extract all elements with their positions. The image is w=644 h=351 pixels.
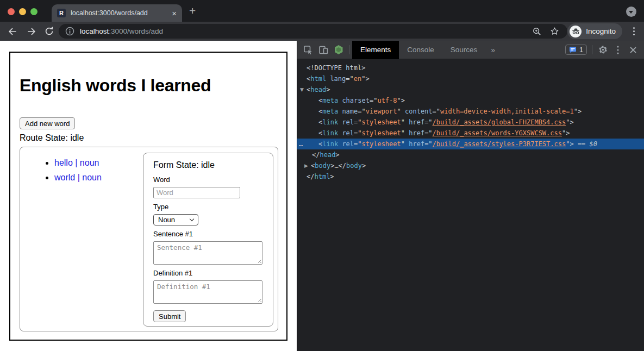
add-word-form: Form State: idle Word Type Noun Sentence… xyxy=(143,153,273,327)
browser-tab[interactable]: R localhost:3000/words/add × xyxy=(52,4,182,22)
form-state-text: Form State: idle xyxy=(153,160,263,170)
sentence-label: Sentence #1 xyxy=(153,230,263,238)
incognito-icon xyxy=(572,28,580,35)
magnifier-plus-icon xyxy=(532,27,542,36)
incognito-badge[interactable]: Incognito xyxy=(567,23,622,39)
arrow-right-icon xyxy=(26,26,37,37)
type-select-value: Noun xyxy=(158,216,175,224)
tab-sources[interactable]: Sources xyxy=(442,41,486,59)
browser-toolbar: localhost:3000/words/add xyxy=(0,22,644,41)
type-select[interactable]: Noun xyxy=(153,214,198,225)
kebab-icon xyxy=(633,27,635,29)
divider xyxy=(592,45,592,54)
list-item: hello | noun xyxy=(54,158,102,168)
inspected-node-hint: == $0 xyxy=(574,140,597,148)
dom-tree-node[interactable]: ▼<head> xyxy=(297,84,644,95)
tab-title: localhost:3000/words/add xyxy=(71,9,167,17)
page-title: English words I learned xyxy=(20,76,211,96)
submit-button[interactable]: Submit xyxy=(153,310,186,322)
word-link-world[interactable]: world | noun xyxy=(54,173,102,182)
dom-tree-node[interactable]: </html> xyxy=(297,171,644,182)
devtools-close-button[interactable] xyxy=(626,43,641,57)
list-item: world | noun xyxy=(54,173,102,183)
site-info-icon[interactable] xyxy=(65,27,74,36)
devtools-toolbar: Elements Console Sources » 1 xyxy=(297,41,644,59)
word-label: Word xyxy=(153,175,263,184)
dom-tree-node[interactable]: <!DOCTYPE html> xyxy=(297,62,644,73)
words-panel: hello | noun world | noun Form State: id… xyxy=(20,147,278,331)
word-link-hello[interactable]: hello | noun xyxy=(54,158,99,167)
route-state-text: Route State: idle xyxy=(20,133,84,143)
tab-strip: R localhost:3000/words/add × + xyxy=(0,0,644,22)
tab-console[interactable]: Console xyxy=(399,41,442,59)
add-new-word-button[interactable]: Add new word xyxy=(20,117,75,129)
definition-textarea[interactable] xyxy=(153,280,262,304)
more-tabs-button[interactable]: » xyxy=(485,46,501,54)
new-tab-button[interactable]: + xyxy=(189,5,196,16)
divider xyxy=(349,45,349,54)
incognito-avatar xyxy=(570,26,582,37)
address-bar[interactable]: localhost:3000/words/add xyxy=(59,24,567,39)
reload-button[interactable] xyxy=(42,24,56,38)
issues-chat-icon xyxy=(569,47,577,53)
tab-elements[interactable]: Elements xyxy=(352,41,399,59)
device-toolbar-button[interactable] xyxy=(316,43,331,57)
devtools-menu-button[interactable] xyxy=(610,43,626,57)
dom-tree-node[interactable]: </head> xyxy=(297,149,644,160)
devtools-settings-button[interactable] xyxy=(595,43,610,57)
issues-count: 1 xyxy=(579,46,583,54)
content-area: English words I learned Add new word Rou… xyxy=(0,41,644,351)
dom-tree-node[interactable]: <meta name="viewport" content="width=dev… xyxy=(297,106,644,117)
dom-tree-node[interactable]: <link rel="stylesheet" href="/build/_ass… xyxy=(297,128,644,139)
bookmark-button[interactable] xyxy=(548,25,561,38)
word-input[interactable] xyxy=(153,187,240,198)
window-minimize-button[interactable] xyxy=(19,8,26,15)
dom-tree-node[interactable]: …<link rel="stylesheet" href="/build/_as… xyxy=(297,139,644,149)
zoom-level-button[interactable] xyxy=(530,25,543,38)
word-list: hello | noun world | noun xyxy=(20,158,102,187)
node-extension-icon[interactable] xyxy=(331,43,346,57)
star-icon xyxy=(549,26,560,36)
page-container: English words I learned Add new word Rou… xyxy=(9,52,287,341)
arrow-left-icon xyxy=(7,26,18,37)
dom-tree-node[interactable]: <link rel="stylesheet" href="/build/_ass… xyxy=(297,117,644,128)
gear-icon xyxy=(598,45,608,54)
window-close-button[interactable] xyxy=(8,8,15,15)
url-text[interactable]: localhost:3000/words/add xyxy=(80,27,530,35)
elements-tree: <!DOCTYPE html><html lang="en">▼<head><m… xyxy=(297,60,644,351)
definition-label: Definition #1 xyxy=(153,269,263,277)
forward-button[interactable] xyxy=(24,24,38,38)
back-button[interactable] xyxy=(5,24,19,38)
dom-tree-node[interactable]: <meta charset="utf-8"> xyxy=(297,95,644,106)
browser-window: R localhost:3000/words/add × + localhost… xyxy=(0,0,644,351)
type-label: Type xyxy=(153,203,263,211)
more-actions-icon[interactable]: … xyxy=(299,139,303,149)
issues-counter-button[interactable]: 1 xyxy=(565,45,587,55)
inspect-element-button[interactable] xyxy=(301,43,316,57)
dom-tree-node[interactable]: <html lang="en"> xyxy=(297,73,644,84)
chevron-down-icon xyxy=(629,11,633,14)
devtools-panel: Elements Console Sources » 1 xyxy=(297,41,644,351)
remix-favicon-icon: R xyxy=(57,9,66,17)
kebab-icon xyxy=(617,46,619,54)
window-zoom-button[interactable] xyxy=(30,8,37,15)
sentence-textarea[interactable] xyxy=(153,241,262,265)
reload-icon xyxy=(44,26,54,36)
incognito-label: Incognito xyxy=(586,27,616,35)
inspect-cursor-icon xyxy=(303,45,313,55)
disclosure-triangle-icon[interactable]: ▼ xyxy=(300,84,304,95)
green-hexagon-icon xyxy=(335,45,343,54)
dom-tree-node[interactable]: ▶<body>…</body> xyxy=(297,160,644,171)
close-icon xyxy=(629,46,637,54)
device-toolbar-icon xyxy=(318,45,329,55)
disclosure-triangle-icon[interactable]: ▶ xyxy=(304,160,308,171)
chevron-down-icon xyxy=(190,217,194,221)
web-page: English words I learned Add new word Rou… xyxy=(0,41,297,351)
tab-close-icon[interactable]: × xyxy=(172,9,177,17)
tab-search-button[interactable] xyxy=(626,7,636,17)
browser-menu-button[interactable] xyxy=(629,26,639,36)
